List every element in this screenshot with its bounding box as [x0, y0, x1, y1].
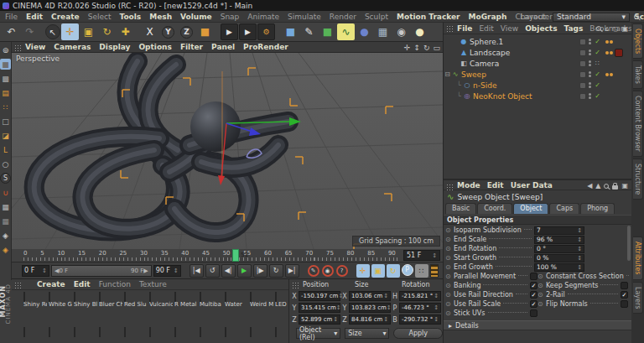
lock-icon[interactable] [612, 185, 618, 190]
material-thumbnail[interactable] [74, 292, 75, 302]
material-item[interactable]: R Metal [174, 293, 199, 309]
material-thumbnail[interactable] [250, 327, 252, 337]
enable-toggle[interactable]: ✓ [594, 49, 601, 56]
menu-item[interactable]: Motion Tracker [397, 13, 460, 21]
material-item[interactable]: Water [225, 293, 249, 309]
side-tab[interactable]: Structure [633, 159, 643, 200]
magnet-snap[interactable]: ∪ [0, 187, 11, 198]
panel-icon[interactable]: ▣ [621, 182, 628, 190]
timeline-ruler[interactable]: 051015202530354045505560657075808590 51 … [12, 249, 443, 262]
timeline-tick[interactable]: 0 [23, 250, 27, 257]
stepper-icon[interactable]: ↕ [432, 252, 437, 259]
timeline-tick[interactable]: 80 [347, 250, 355, 257]
timeline-tick[interactable]: 15 [78, 250, 86, 257]
key-rotation[interactable]: ↻ [387, 264, 400, 278]
enable-toggle[interactable]: ✓ [594, 38, 601, 45]
object-name[interactable]: Sphere.1 [470, 38, 503, 46]
panel-grip-icon[interactable] [14, 282, 21, 288]
material-menu-item[interactable]: Edit [74, 280, 91, 288]
layer-toggle[interactable] [579, 93, 586, 100]
rotation-field[interactable]: -215.821 °↕ [399, 291, 441, 301]
material-menu-item[interactable]: Texture [139, 280, 167, 288]
details-section[interactable]: ▸ Details [444, 320, 631, 330]
menu-item[interactable]: Volume [180, 13, 212, 21]
material-name[interactable]: Shiny Re [23, 301, 47, 309]
material-thumbnail[interactable] [225, 292, 226, 302]
viewport-menu-item[interactable]: Display [99, 43, 130, 51]
material-item[interactable]: Vulcanic [149, 293, 174, 309]
value-field[interactable]: 7↕ [534, 226, 584, 235]
redo[interactable]: ↷ [21, 23, 39, 40]
timeline-tick[interactable]: 75 [326, 250, 334, 257]
attribute-tab[interactable]: Object [513, 203, 548, 214]
points-mode[interactable]: ∷ [0, 101, 11, 112]
value-field[interactable]: 100 %↕ [534, 263, 584, 272]
apply-button[interactable]: Apply [393, 328, 443, 339]
material-thumbnail[interactable] [99, 327, 101, 337]
viewport-menu-item[interactable]: Filter [180, 43, 203, 51]
object-manager-menu-item[interactable]: Objects [525, 24, 557, 33]
value-field[interactable]: 0 %↕ [534, 254, 584, 262]
timeline-tick[interactable]: 5 [40, 250, 44, 257]
material-item[interactable]: Weird M [250, 293, 274, 309]
workplane-mode[interactable]: ▤ [0, 87, 11, 98]
size-field[interactable]: 103.06 cm↕ [349, 291, 391, 301]
range-right-arrow-icon[interactable]: ▶ [143, 268, 148, 274]
add-spline-primitive[interactable]: ● [356, 23, 373, 40]
checkbox[interactable] [530, 300, 538, 308]
sphere-object[interactable] [190, 101, 241, 152]
material-thumbnail[interactable] [149, 327, 151, 337]
workplane-snap[interactable]: ▦ [0, 201, 11, 212]
material-name[interactable]: Red Slu [124, 301, 148, 309]
object-row[interactable]: ◧ Camera ∷ [444, 58, 631, 69]
object-name[interactable]: Landscape [470, 49, 510, 57]
timeline-window-icon[interactable] [430, 264, 439, 278]
checkbox[interactable] [621, 282, 628, 289]
attribute-menu-item[interactable]: Edit [487, 181, 504, 190]
timeline-tick[interactable]: 30 [140, 250, 148, 257]
material-name[interactable]: Weird M [250, 301, 273, 309]
enable-toggle[interactable]: ✓ [594, 70, 601, 78]
keyframe-circle-icon[interactable]: ⊙ [445, 300, 454, 308]
edge-mode[interactable]: □ [0, 116, 11, 127]
visibility-dots[interactable] [589, 49, 591, 56]
material-name[interactable]: Vulcanic [149, 301, 173, 309]
rotate-view[interactable]: ↻ [423, 44, 430, 52]
preview-range-slider[interactable]: ◀ 0 F 90 F ▶ [51, 265, 152, 277]
add-spline[interactable]: ✎ [300, 23, 318, 40]
material-thumbnail[interactable] [23, 292, 25, 302]
coord-system[interactable]: ■ [196, 23, 214, 40]
viewport-menu-item[interactable]: View [25, 43, 45, 51]
play-forwards[interactable]: ▶ [237, 264, 252, 278]
key-scale[interactable]: ▣ [371, 264, 385, 278]
scrollbar[interactable] [627, 226, 631, 261]
search-icon[interactable] [596, 26, 601, 31]
object-name[interactable]: Camera [470, 60, 499, 68]
goto-end[interactable]: ▶| [285, 264, 299, 278]
panel-grip-icon[interactable] [292, 282, 299, 288]
material-thumbnail[interactable] [174, 292, 176, 302]
layout-dropdown[interactable]: Standard ▾ [553, 13, 630, 22]
timeline-tick[interactable]: 60 [264, 250, 272, 257]
phong-tag[interactable] [605, 51, 613, 55]
range-start-field[interactable]: 0 F↕ [22, 265, 49, 277]
attribute-tab[interactable]: Caps [549, 203, 579, 214]
tree-expander[interactable]: ⊟ [444, 70, 451, 78]
material-item[interactable] [250, 328, 274, 336]
position-field[interactable]: 52.899 cm↕ [299, 314, 340, 325]
menu-item[interactable]: Select [88, 13, 112, 21]
material-thumbnail[interactable] [174, 327, 176, 337]
viewport-menu-item[interactable]: ProRender [243, 43, 288, 51]
checkbox[interactable] [621, 291, 628, 299]
menu-item[interactable]: Create [51, 13, 80, 21]
timeline-tick[interactable]: 40 [181, 250, 189, 257]
position-field[interactable]: -150.197 cm↕ [299, 291, 340, 301]
enable-toggle[interactable]: ∷ [594, 60, 601, 67]
material-name[interactable]: Water [225, 301, 248, 309]
material-name[interactable]: White G [49, 301, 72, 309]
layer-toggle[interactable] [579, 49, 586, 56]
object-row[interactable]: └ ○ n-Side ✓ [444, 80, 631, 91]
keyframe-circle-icon[interactable]: ⊙ [538, 282, 546, 289]
key-position[interactable]: ✛ [356, 264, 370, 278]
menu-item[interactable]: Tools [119, 13, 141, 21]
